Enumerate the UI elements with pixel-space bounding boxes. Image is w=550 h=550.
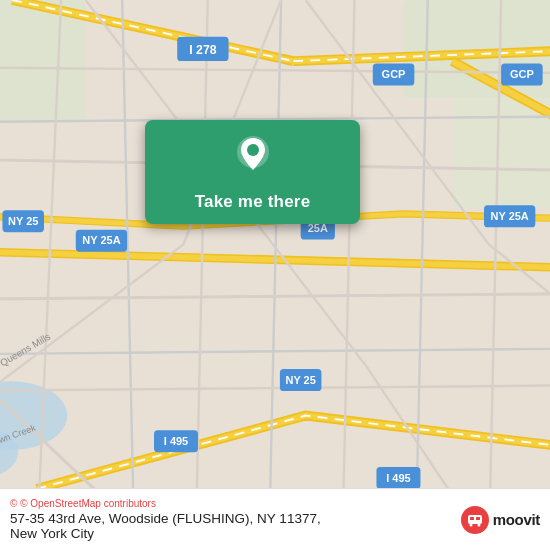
bottom-info-bar: © © OpenStreetMap contributors 57-35 43r… (0, 488, 550, 550)
svg-point-29 (247, 144, 259, 156)
map-container: I 278 GCP GCP NY 25 NY 25A 25A NY 25A NY… (0, 0, 550, 550)
svg-rect-5 (452, 98, 550, 208)
svg-text:NY 25: NY 25 (285, 374, 315, 386)
map-background: I 278 GCP GCP NY 25 NY 25A 25A NY 25A NY… (0, 0, 550, 550)
svg-text:I 495: I 495 (164, 435, 188, 447)
svg-text:NY 25A: NY 25A (82, 234, 120, 246)
svg-text:25A: 25A (308, 222, 328, 234)
moovit-icon (461, 506, 489, 534)
svg-rect-31 (470, 517, 474, 520)
svg-rect-32 (476, 517, 480, 520)
svg-text:GCP: GCP (510, 68, 534, 80)
svg-text:I 495: I 495 (386, 472, 410, 484)
svg-point-33 (469, 523, 472, 526)
moovit-text: moovit (493, 511, 540, 528)
address-line2: New York City (10, 526, 451, 541)
moovit-logo: moovit (461, 506, 540, 534)
svg-text:NY 25: NY 25 (8, 215, 38, 227)
osm-credit: © © OpenStreetMap contributors (10, 498, 451, 509)
osm-copyright-symbol: © (10, 498, 17, 509)
location-pin (231, 134, 275, 182)
svg-text:GCP: GCP (382, 68, 406, 80)
take-me-there-label: Take me there (195, 188, 311, 214)
svg-text:NY 25A: NY 25A (491, 210, 529, 222)
address-line1: 57-35 43rd Ave, Woodside (FLUSHING), NY … (10, 511, 451, 526)
svg-text:I 278: I 278 (189, 43, 216, 57)
address-block: © © OpenStreetMap contributors 57-35 43r… (10, 498, 451, 541)
osm-credit-text: © OpenStreetMap contributors (20, 498, 156, 509)
svg-rect-3 (0, 0, 86, 122)
take-me-there-popup[interactable]: Take me there (145, 120, 360, 224)
svg-point-34 (477, 523, 480, 526)
